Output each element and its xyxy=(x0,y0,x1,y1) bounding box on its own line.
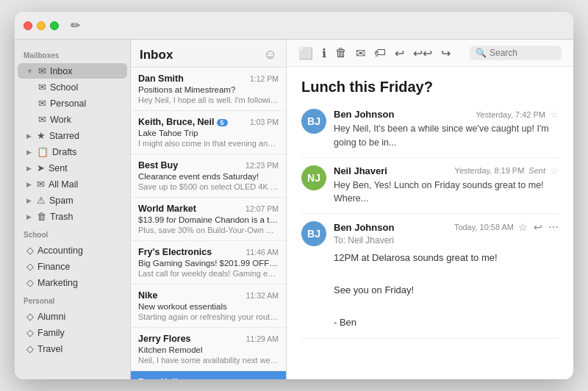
allmail-icon: ✉ xyxy=(37,179,45,190)
chevron-right-icon: ▶ xyxy=(26,181,32,188)
email-sender: Keith, Bruce, Neil5 xyxy=(138,117,247,127)
sidebar-item-family[interactable]: ◇ Family xyxy=(18,325,127,340)
sidebar-item-label: Trash xyxy=(50,212,74,222)
inbox-icon: ✉ xyxy=(38,65,46,76)
info-icon[interactable]: ℹ xyxy=(322,46,326,60)
tag-icon[interactable]: 🏷 xyxy=(374,46,386,60)
sidebar-item-label: Personal xyxy=(50,98,86,109)
email-item-ben-neil[interactable]: Ben, Neil3 10:58 AM Lunch this Friday? 1… xyxy=(131,371,286,379)
sidebar-item-label: Alumni xyxy=(37,312,65,322)
chevron-right-icon: ▶ xyxy=(26,165,32,172)
starred-icon: ★ xyxy=(37,130,46,141)
sidebar-item-marketing[interactable]: ◇ Marketing xyxy=(18,275,127,290)
star-icon[interactable]: ☆ xyxy=(518,221,528,233)
close-button[interactable] xyxy=(24,21,32,30)
email-time: 1:03 PM xyxy=(250,118,279,126)
chevron-right-icon: ▶ xyxy=(26,197,32,204)
sidebar-item-personal[interactable]: ✉ Personal xyxy=(18,96,127,111)
message-text: Hey Ben, Yes! Lunch on Friday sounds gre… xyxy=(334,179,559,207)
email-item-keith-bruce-neil[interactable]: Keith, Bruce, Neil5 1:03 PM Lake Tahoe T… xyxy=(131,111,286,154)
archive-icon[interactable]: ⬜ xyxy=(298,46,313,60)
work-mail-icon: ✉ xyxy=(38,114,46,125)
more-icon[interactable]: ⋯ xyxy=(548,221,559,233)
message-body: Ben Johnson Today, 10:58 AM ☆ ↩ ⋯ To: Ne… xyxy=(334,221,559,331)
school-section-label: School xyxy=(15,225,130,242)
sidebar-item-label: All Mail xyxy=(49,179,78,190)
email-list-panel: Inbox ☺ Dan Smith 1:12 PM Positions at M… xyxy=(131,40,287,379)
message-sender-name: Ben Johnson xyxy=(334,109,394,120)
email-item-world-market[interactable]: World Market 12:07 PM $13.99 for Domaine… xyxy=(131,198,286,241)
main-content: Mailboxes ▼ ✉ Inbox ✉ School ✉ Personal … xyxy=(15,40,573,379)
email-item-frys[interactable]: Fry's Electronics 11:46 AM Big Gaming Sa… xyxy=(131,241,286,284)
sent-badge: Sent xyxy=(528,166,545,175)
mail-icon[interactable]: ✉ xyxy=(356,46,365,60)
email-badge: 5 xyxy=(217,119,228,126)
email-item-dan-smith[interactable]: Dan Smith 1:12 PM Positions at Mimestrea… xyxy=(131,68,286,111)
personal-mail-icon: ✉ xyxy=(38,98,46,109)
sidebar-item-sent[interactable]: ▶ ➤ Sent xyxy=(18,160,127,176)
travel-icon: ◇ xyxy=(26,343,34,354)
email-item-nike[interactable]: Nike 11:32 AM New workout essentials Sta… xyxy=(131,284,286,328)
compose-icon[interactable]: ✏ xyxy=(71,18,80,32)
star-icon[interactable]: ☆ xyxy=(550,109,559,120)
sidebar-item-label: Sent xyxy=(49,163,68,173)
chevron-down-icon: ▼ xyxy=(26,68,33,75)
reply-left-icon[interactable]: ↩ xyxy=(395,46,404,60)
message-meta: Yesterday, 7:42 PM ☆ xyxy=(476,109,559,120)
sidebar-item-label: Travel xyxy=(37,344,62,354)
minimize-button[interactable] xyxy=(37,21,46,30)
spam-icon: ⚠ xyxy=(37,195,46,206)
sidebar-item-finance[interactable]: ◇ Finance xyxy=(18,259,127,274)
email-item-jerry-flores[interactable]: Jerry Flores 11:29 AM Kitchen Remodel Ne… xyxy=(131,328,286,371)
sidebar: Mailboxes ▼ ✉ Inbox ✉ School ✉ Personal … xyxy=(15,40,131,379)
email-subject: Positions at Mimestream? xyxy=(138,85,279,94)
sidebar-item-starred[interactable]: ▶ ★ Starred xyxy=(18,128,127,143)
sidebar-item-label: Drafts xyxy=(52,147,76,157)
sidebar-item-trash[interactable]: ▶ 🗑 Trash xyxy=(18,209,127,224)
star-icon[interactable]: ☆ xyxy=(550,165,559,176)
sidebar-item-inbox[interactable]: ▼ ✉ Inbox xyxy=(18,63,127,79)
sidebar-item-label: Family xyxy=(37,328,65,338)
sidebar-item-travel[interactable]: ◇ Travel xyxy=(18,341,127,356)
reply-all-icon[interactable]: ↩↩ xyxy=(413,46,432,60)
forward-icon[interactable]: ↪ xyxy=(441,46,451,60)
email-time: 11:29 AM xyxy=(246,334,279,343)
traffic-lights xyxy=(24,21,59,30)
message-content-body: 12PM at Delarosa sounds great to me! See… xyxy=(334,250,559,331)
finance-icon: ◇ xyxy=(26,261,34,272)
email-time: 12:07 PM xyxy=(245,204,279,213)
email-preview: Starting again or refreshing your routin… xyxy=(138,312,279,321)
sidebar-item-label: Finance xyxy=(37,262,70,272)
search-input[interactable] xyxy=(490,48,556,58)
sidebar-item-allmail[interactable]: ▶ ✉ All Mail xyxy=(18,176,127,192)
email-subject: Lake Tahoe Trip xyxy=(138,129,279,137)
message-meta: Today, 10:58 AM ☆ ↩ ⋯ xyxy=(454,221,559,233)
reply-icon[interactable]: ↩ xyxy=(534,221,542,233)
fullscreen-button[interactable] xyxy=(50,21,59,30)
sidebar-item-alumni[interactable]: ◇ Alumni xyxy=(18,309,127,324)
avatar: NJ xyxy=(301,165,326,190)
message-row: NJ Neil Jhaveri Yesterday, 8:19 PM Sent … xyxy=(301,158,559,215)
email-preview: Last call for weekly deals! Gaming equip… xyxy=(138,269,279,278)
trash-icon[interactable]: 🗑 xyxy=(335,46,347,60)
search-box[interactable]: 🔍 xyxy=(470,46,562,60)
message-thread: BJ Ben Johnson Yesterday, 7:42 PM ☆ Hey … xyxy=(287,101,573,354)
email-item-best-buy[interactable]: Best Buy 12:23 PM Clearance event ends S… xyxy=(131,154,286,198)
sidebar-item-accounting[interactable]: ◇ Accounting xyxy=(18,243,127,258)
email-preview: Neil, I have some availability next week… xyxy=(138,356,279,365)
sidebar-item-work[interactable]: ✉ Work xyxy=(18,112,127,127)
avatar: BJ xyxy=(301,221,326,246)
email-sender: World Market xyxy=(138,204,243,214)
filter-icon[interactable]: ☺ xyxy=(264,47,277,62)
message-actions: ☆ ↩ ⋯ xyxy=(518,221,559,233)
message-time: Today, 10:58 AM xyxy=(454,223,514,232)
sidebar-item-drafts[interactable]: ▶ 📋 Drafts xyxy=(18,144,127,159)
message-time: Yesterday, 8:19 PM xyxy=(455,166,525,175)
sidebar-item-spam[interactable]: ▶ ⚠ Spam xyxy=(18,193,127,208)
trash-icon: 🗑 xyxy=(37,211,46,222)
email-time: 1:12 PM xyxy=(250,74,279,83)
sidebar-item-school[interactable]: ✉ School xyxy=(18,79,127,95)
email-detail-panel: ⬜ ℹ 🗑 ✉ 🏷 ↩ ↩↩ ↪ 🔍 Lunch this Friday? xyxy=(287,40,573,379)
sidebar-item-label: School xyxy=(50,82,78,93)
titlebar: ✏ xyxy=(15,12,573,40)
